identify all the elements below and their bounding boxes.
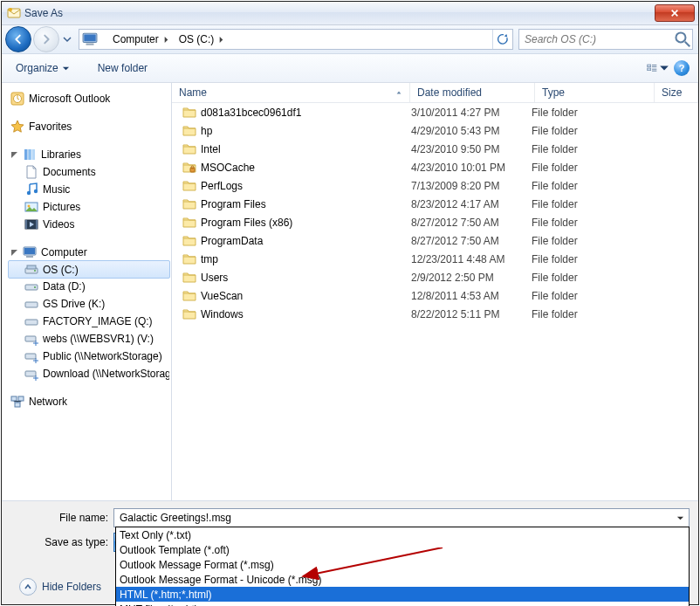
- file-type: File folder: [526, 125, 642, 137]
- svg-rect-38: [18, 396, 24, 401]
- tree-webs-v[interactable]: webs (\\WEBSVR1) (V:): [9, 330, 169, 348]
- table-row[interactable]: VueScan12/8/2011 4:53 AMFile folder: [172, 286, 698, 305]
- hide-folders-button[interactable]: Hide Folders: [19, 578, 101, 596]
- column-type[interactable]: Type: [535, 83, 655, 102]
- nav-tree[interactable]: Microsoft Outlook Favorites Libraries Do…: [2, 83, 172, 500]
- tree-favorites[interactable]: Favorites: [9, 118, 169, 135]
- breadcrumb-computer[interactable]: Computer: [107, 30, 174, 49]
- window-title: Save As: [24, 7, 63, 19]
- close-button[interactable]: [655, 4, 695, 22]
- breadcrumb[interactable]: Computer OS (C:): [79, 29, 513, 50]
- tree-download-x[interactable]: Download (\\NetworkStorage): [9, 365, 169, 382]
- table-row[interactable]: PerfLogs7/13/2009 8:20 PMFile folder: [172, 176, 698, 195]
- file-rows[interactable]: d081a31bcec0961df13/10/2011 4:27 PMFile …: [172, 103, 698, 500]
- breadcrumb-root-chevron[interactable]: [100, 33, 107, 45]
- savetype-label: Save as type:: [10, 536, 113, 548]
- table-row[interactable]: hp4/29/2010 5:43 PMFile folder: [172, 121, 698, 140]
- folder-icon: [182, 307, 196, 321]
- savetype-option[interactable]: Outlook Message Format (*.msg): [116, 557, 689, 572]
- title-bar[interactable]: Save As: [2, 2, 698, 25]
- folder-icon: [182, 179, 196, 193]
- tree-network[interactable]: Network: [9, 393, 169, 410]
- column-date[interactable]: Date modified: [410, 83, 535, 102]
- tree-libraries[interactable]: Libraries: [9, 146, 169, 163]
- folder-icon: [182, 142, 196, 156]
- file-type: File folder: [526, 235, 642, 247]
- table-row[interactable]: Program Files (x86)8/27/2012 7:50 AMFile…: [172, 213, 698, 231]
- folder-icon: [182, 234, 196, 248]
- svg-rect-4: [86, 44, 94, 45]
- tree-videos[interactable]: Videos: [9, 216, 169, 233]
- filename-combo[interactable]: [113, 508, 690, 527]
- svg-rect-10: [652, 69, 656, 70]
- search-box[interactable]: [518, 29, 693, 50]
- chevron-down-icon[interactable]: [673, 514, 687, 522]
- file-type: File folder: [526, 290, 642, 302]
- filename-input[interactable]: [118, 511, 673, 525]
- file-date: 4/23/2010 10:01 PM: [406, 162, 526, 174]
- table-row[interactable]: d081a31bcec0961df13/10/2011 4:27 PMFile …: [172, 103, 698, 121]
- table-row[interactable]: ProgramData8/27/2012 7:50 AMFile folder: [172, 231, 698, 250]
- view-options-button[interactable]: [646, 58, 670, 79]
- new-folder-button[interactable]: New folder: [93, 59, 153, 78]
- file-name: Intel: [201, 143, 221, 155]
- tree-computer[interactable]: Computer: [9, 244, 169, 261]
- savetype-option[interactable]: Text Only (*.txt): [116, 527, 689, 542]
- svg-rect-14: [24, 149, 28, 160]
- column-name[interactable]: Name: [172, 83, 410, 102]
- tree-factory-q[interactable]: FACTORY_IMAGE (Q:): [9, 313, 169, 330]
- file-date: 8/27/2012 7:50 AM: [406, 217, 526, 229]
- folder-icon: [182, 252, 196, 266]
- svg-rect-3: [84, 34, 96, 41]
- tree-music[interactable]: Music: [9, 181, 169, 198]
- svg-rect-7: [652, 65, 656, 65]
- file-name: hp: [201, 125, 212, 137]
- expander-icon[interactable]: [10, 151, 18, 159]
- body: Microsoft Outlook Favorites Libraries Do…: [2, 83, 698, 500]
- savetype-option[interactable]: Outlook Template (*.oft): [116, 542, 689, 557]
- tree-osc[interactable]: OS (C:): [8, 260, 170, 279]
- svg-rect-23: [36, 220, 38, 229]
- svg-rect-32: [25, 302, 38, 307]
- file-name: VueScan: [201, 290, 243, 302]
- back-button[interactable]: [5, 26, 31, 52]
- search-input[interactable]: [519, 33, 673, 45]
- file-date: 12/8/2011 4:53 AM: [406, 290, 526, 302]
- file-name: Users: [201, 272, 228, 284]
- svg-rect-15: [28, 149, 31, 160]
- table-row[interactable]: MSOCache4/23/2010 10:01 PMFile folder: [172, 158, 698, 176]
- column-size[interactable]: Size: [655, 83, 698, 102]
- tree-documents[interactable]: Documents: [9, 163, 169, 181]
- help-button[interactable]: ?: [674, 60, 690, 76]
- tree-public-w[interactable]: Public (\\NetworkStorage): [9, 348, 169, 365]
- savetype-dropdown[interactable]: Text Only (*.txt)Outlook Template (*.oft…: [115, 527, 690, 606]
- table-row[interactable]: Intel4/23/2010 9:50 PMFile folder: [172, 140, 698, 158]
- svg-point-1: [9, 8, 12, 11]
- organize-menu[interactable]: Organize: [10, 59, 75, 78]
- table-row[interactable]: Windows8/22/2012 5:11 PMFile folder: [172, 305, 698, 323]
- tree-data-d[interactable]: Data (D:): [9, 278, 169, 295]
- breadcrumb-osc[interactable]: OS (C:): [174, 30, 230, 49]
- history-dropdown[interactable]: [61, 29, 73, 50]
- tree-pictures[interactable]: Pictures: [9, 198, 169, 216]
- svg-rect-36: [25, 371, 36, 376]
- refresh-button[interactable]: [492, 30, 512, 49]
- table-row[interactable]: Program Files8/23/2012 4:17 AMFile folde…: [172, 195, 698, 213]
- savetype-option[interactable]: HTML (*.htm;*.html): [116, 587, 689, 602]
- expander-icon[interactable]: [10, 249, 18, 257]
- table-row[interactable]: tmp12/23/2011 4:48 AMFile folder: [172, 250, 698, 268]
- folder-icon: [182, 124, 196, 138]
- file-date: 12/23/2011 4:48 AM: [406, 253, 526, 265]
- file-list-header[interactable]: Name Date modified Type Size: [172, 83, 698, 103]
- savetype-option[interactable]: MHT files (*.mht): [116, 602, 689, 606]
- svg-rect-28: [27, 265, 36, 269]
- tree-gs-k[interactable]: GS Drive (K:): [9, 295, 169, 313]
- svg-rect-35: [25, 354, 36, 359]
- file-name: tmp: [201, 253, 218, 265]
- file-name: Windows: [201, 308, 244, 320]
- savetype-option[interactable]: Outlook Message Format - Unicode (*.msg): [116, 572, 689, 587]
- tree-outlook[interactable]: Microsoft Outlook: [9, 90, 169, 107]
- file-date: 8/23/2012 4:17 AM: [406, 198, 526, 210]
- table-row[interactable]: Users2/9/2012 2:50 PMFile folder: [172, 268, 698, 286]
- search-icon[interactable]: [673, 30, 692, 49]
